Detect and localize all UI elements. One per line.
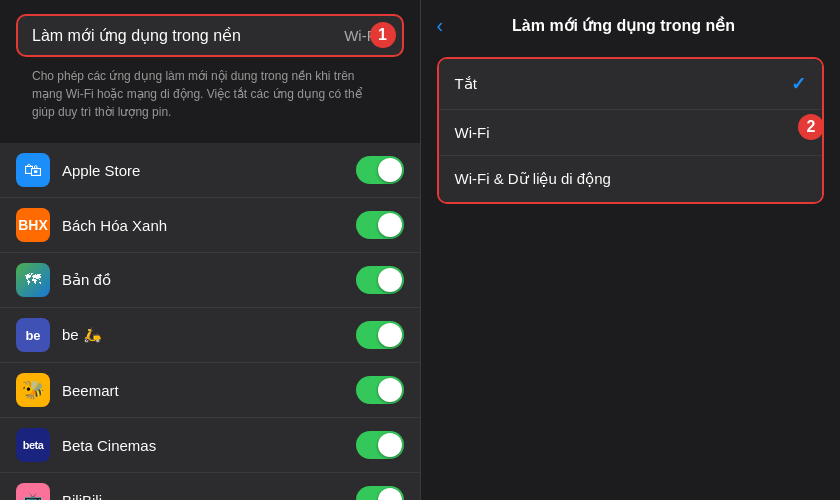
toggle-be[interactable] [356,321,404,349]
app-name: be 🛵 [62,326,356,344]
list-item[interactable]: beta Beta Cinemas [0,418,420,473]
right-panel: ‹ Làm mới ứng dụng trong nền Tắt ✓ Wi-Fi… [421,0,841,500]
left-description: Cho phép các ứng dụng làm mới nội dung t… [16,67,404,133]
list-item[interactable]: BHX Bách Hóa Xanh [0,198,420,253]
option-wifi-data-label: Wi-Fi & Dữ liệu di động [455,170,611,188]
right-options-list: Tắt ✓ Wi-Fi Wi-Fi & Dữ liệu di động [437,57,825,204]
option-tat[interactable]: Tắt ✓ [439,59,823,110]
app-icon-bilibili: 📺 [16,483,50,500]
toggle-ban-do[interactable] [356,266,404,294]
list-item[interactable]: 🗺 Bản đồ [0,253,420,308]
toggle-beta[interactable] [356,431,404,459]
app-icon-beta: beta [16,428,50,462]
app-name: Bách Hóa Xanh [62,217,356,234]
option-wifi-data[interactable]: Wi-Fi & Dữ liệu di động [439,156,823,202]
toggle-beemart[interactable] [356,376,404,404]
left-header-wrapper: Làm mới ứng dụng trong nền Wi-Fi › 1 [16,14,404,57]
list-item[interactable]: 🐝 Beemart [0,363,420,418]
left-header: Làm mới ứng dụng trong nền Wi-Fi › 1 Cho… [0,0,420,143]
option-wifi[interactable]: Wi-Fi [439,110,823,156]
list-item[interactable]: be be 🛵 [0,308,420,363]
toggle-bilibili[interactable] [356,486,404,500]
app-name: BiliBili [62,492,356,501]
left-header-title: Làm mới ứng dụng trong nền [32,26,241,45]
option-tat-label: Tắt [455,75,477,93]
toggle-apple-store[interactable] [356,156,404,184]
app-name: Beta Cinemas [62,437,356,454]
app-icon-be: be [16,318,50,352]
left-panel: Làm mới ứng dụng trong nền Wi-Fi › 1 Cho… [0,0,420,500]
back-button[interactable]: ‹ [437,14,444,37]
list-item[interactable]: 🛍 Apple Store [0,143,420,198]
app-icon-apple-store: 🛍 [16,153,50,187]
left-header-row[interactable]: Làm mới ứng dụng trong nền Wi-Fi › [16,14,404,57]
right-options-wrapper: Tắt ✓ Wi-Fi Wi-Fi & Dữ liệu di động 2 [421,49,841,204]
app-list: 🛍 Apple Store BHX Bách Hóa Xanh 🗺 Bản đồ… [0,143,420,500]
right-panel-title: Làm mới ứng dụng trong nền [453,16,794,35]
right-header: ‹ Làm mới ứng dụng trong nền [421,0,841,49]
app-name: Apple Store [62,162,356,179]
toggle-bach-hoa[interactable] [356,211,404,239]
app-icon-bach-hoa: BHX [16,208,50,242]
badge-1: 1 [370,22,396,48]
list-item[interactable]: 📺 BiliBili [0,473,420,500]
app-icon-ban-do: 🗺 [16,263,50,297]
app-icon-beemart: 🐝 [16,373,50,407]
app-name: Bản đồ [62,271,356,289]
option-wifi-label: Wi-Fi [455,124,490,141]
app-name: Beemart [62,382,356,399]
checkmark-icon: ✓ [791,73,806,95]
badge-2: 2 [798,114,824,140]
